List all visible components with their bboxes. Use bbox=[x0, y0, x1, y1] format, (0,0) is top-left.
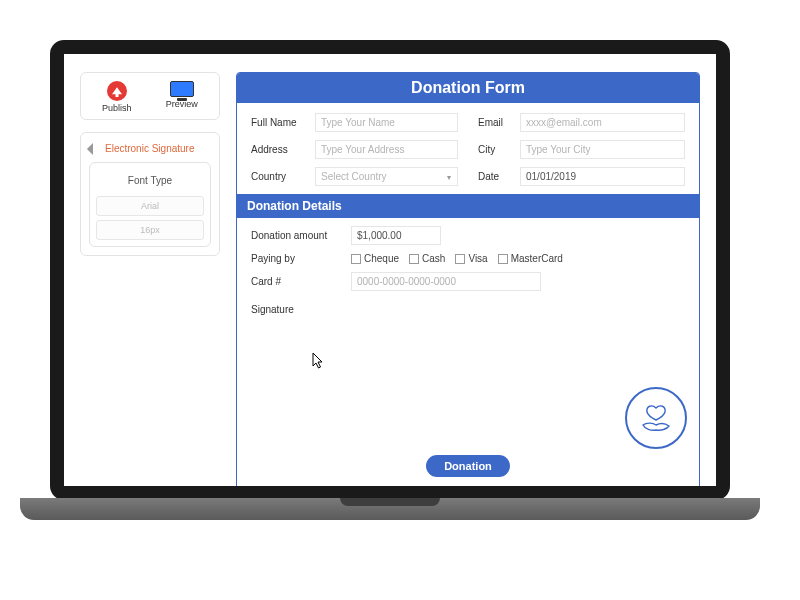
pen-icon bbox=[87, 141, 101, 155]
full-name-label: Full Name bbox=[251, 117, 309, 128]
font-box: Font Type Arial 16px bbox=[89, 162, 211, 247]
donation-form: Donation Form Full Name Type Your Name E… bbox=[236, 72, 700, 492]
monitor-icon bbox=[170, 81, 194, 97]
font-size-select[interactable]: 16px bbox=[96, 220, 204, 240]
payment-options: Cheque Cash Visa MasterCard bbox=[351, 253, 563, 264]
checkbox-icon bbox=[351, 254, 361, 264]
publish-label: Publish bbox=[102, 103, 132, 113]
form-title: Donation Form bbox=[237, 73, 699, 103]
checkbox-icon bbox=[498, 254, 508, 264]
publish-icon bbox=[107, 81, 127, 101]
country-select[interactable]: Select Country bbox=[315, 167, 458, 186]
address-label: Address bbox=[251, 144, 309, 155]
amount-input[interactable]: $1,000.00 bbox=[351, 226, 441, 245]
email-label: Email bbox=[478, 117, 514, 128]
checkbox-icon bbox=[409, 254, 419, 264]
signature-label: Signature bbox=[251, 304, 294, 315]
publish-button[interactable]: Publish bbox=[102, 81, 132, 113]
country-label: Country bbox=[251, 171, 309, 182]
amount-label: Donation amount bbox=[251, 230, 341, 241]
preview-button[interactable]: Preview bbox=[166, 81, 198, 109]
signature-panel: Electronic Signature Font Type Arial 16p… bbox=[80, 132, 220, 256]
city-label: City bbox=[478, 144, 514, 155]
font-name-select[interactable]: Arial bbox=[96, 196, 204, 216]
cash-checkbox[interactable]: Cash bbox=[409, 253, 445, 264]
date-label: Date bbox=[478, 171, 514, 182]
cheque-checkbox[interactable]: Cheque bbox=[351, 253, 399, 264]
paying-by-label: Paying by bbox=[251, 253, 341, 264]
card-input[interactable]: 0000-0000-0000-0000 bbox=[351, 272, 541, 291]
signature-title: Electronic Signature bbox=[105, 143, 195, 154]
signature-title-row: Electronic Signature bbox=[89, 143, 211, 154]
checkbox-icon bbox=[455, 254, 465, 264]
laptop-base bbox=[20, 498, 760, 520]
donation-details-header: Donation Details bbox=[237, 194, 699, 218]
city-input[interactable]: Type Your City bbox=[520, 140, 685, 159]
charity-hand-icon bbox=[625, 387, 687, 449]
mastercard-checkbox[interactable]: MasterCard bbox=[498, 253, 563, 264]
date-input[interactable]: 01/01/2019 bbox=[520, 167, 685, 186]
action-bar: Publish Preview bbox=[80, 72, 220, 120]
donation-submit-button[interactable]: Donation bbox=[426, 455, 510, 477]
card-label: Card # bbox=[251, 276, 341, 287]
email-input[interactable]: xxxx@email.com bbox=[520, 113, 685, 132]
full-name-input[interactable]: Type Your Name bbox=[315, 113, 458, 132]
visa-checkbox[interactable]: Visa bbox=[455, 253, 487, 264]
font-type-label: Font Type bbox=[96, 169, 204, 192]
address-input[interactable]: Type Your Address bbox=[315, 140, 458, 159]
